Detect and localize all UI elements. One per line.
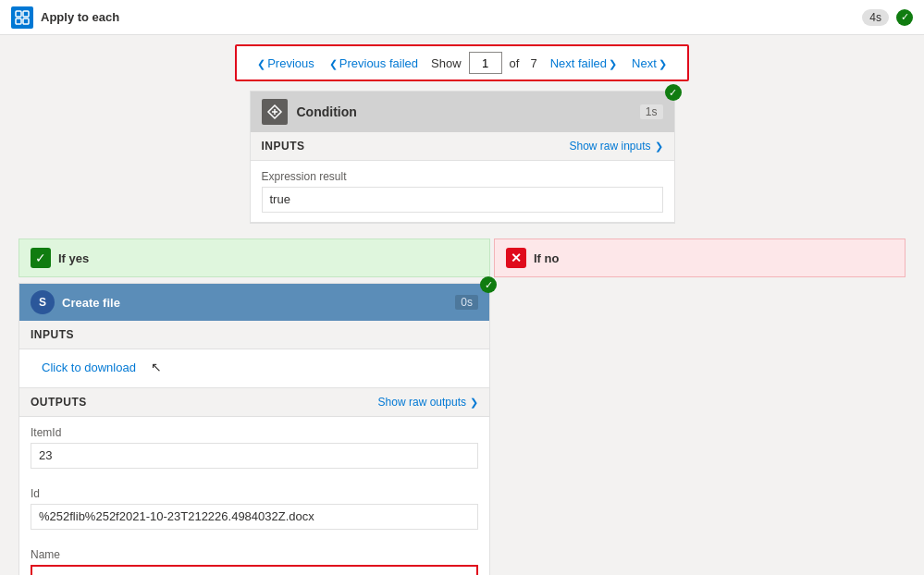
apply-time-badge: 4s — [862, 9, 889, 26]
condition-header: Condition 1s — [251, 92, 674, 132]
create-file-inputs-header: INPUTS — [19, 321, 489, 349]
create-file-inputs-section: INPUTS Click to download ↖ — [19, 321, 489, 388]
id-value: %252flib%252f2021-10-23T212226.4984032Z.… — [31, 504, 478, 530]
of-label: of — [510, 56, 520, 70]
create-file-time: 0s — [455, 295, 478, 310]
create-file-left: S Create file — [31, 290, 120, 314]
create-file-header: S Create file 0s — [19, 284, 489, 321]
apply-to-each-bar: Apply to each 4s ✓ — [0, 0, 924, 35]
next-button[interactable]: Next — [626, 55, 672, 72]
lower-panels: ✓ If yes ✓ S Create file 0s INP — [0, 231, 924, 575]
condition-inputs-header: INPUTS Show raw inputs — [251, 132, 674, 161]
condition-success-badge: ✓ — [665, 84, 682, 101]
expression-result-value: true — [262, 187, 663, 213]
apply-bar-right: 4s ✓ — [862, 9, 913, 26]
page-input[interactable] — [469, 52, 502, 74]
if-no-header: ✕ If no — [494, 239, 906, 277]
condition-expression-group: Expression result true — [251, 161, 674, 222]
click-download-area: Click to download ↖ — [19, 349, 489, 387]
itemid-value: 23 — [31, 443, 478, 469]
create-file-inputs-label: INPUTS — [31, 328, 74, 341]
svg-rect-2 — [16, 18, 21, 24]
create-file-outputs-section: OUTPUTS Show raw outputs ItemId 23 Id %2… — [19, 388, 489, 575]
name-label: Name — [31, 548, 478, 561]
if-yes-panel: ✓ If yes ✓ S Create file 0s INP — [18, 239, 490, 575]
click-download-link[interactable]: Click to download — [31, 355, 147, 380]
if-no-panel: ✕ If no — [490, 239, 906, 575]
next-failed-button[interactable]: Next failed — [545, 55, 622, 72]
create-file-outputs-header: OUTPUTS Show raw outputs — [19, 388, 489, 417]
chevron-right-icon — [659, 56, 667, 70]
show-raw-outputs-button[interactable]: Show raw outputs — [378, 396, 478, 409]
name-group: Name 2021-10-23T212226.4984032Z.docx ✔ — [19, 539, 489, 575]
create-file-block: ✓ S Create file 0s INPUTS Click to downl… — [18, 283, 490, 575]
apply-title: Apply to each — [41, 10, 119, 24]
id-label: Id — [31, 487, 478, 500]
create-file-success-badge: ✓ — [480, 276, 497, 293]
yes-check-icon: ✓ — [31, 248, 51, 268]
chevron-left-icon — [257, 56, 265, 70]
svg-rect-1 — [23, 11, 29, 17]
condition-block: ✓ Condition 1s INPUTS Show raw inputs — [250, 91, 675, 224]
condition-title: Condition — [297, 104, 357, 119]
svg-rect-0 — [16, 11, 21, 17]
pagination-bar: Previous Previous failed Show of 7 Next … — [235, 44, 689, 81]
create-file-icon: S — [31, 290, 55, 314]
svg-rect-3 — [23, 18, 29, 24]
pagination-wrapper: Previous Previous failed Show of 7 Next … — [0, 35, 924, 91]
apply-each-icon — [11, 6, 33, 29]
show-label: Show — [431, 56, 462, 70]
condition-inputs-section: INPUTS Show raw inputs Expression result… — [251, 132, 674, 223]
show-raw-inputs-button[interactable]: Show raw inputs — [569, 140, 662, 153]
condition-icon — [262, 99, 288, 125]
no-x-icon: ✕ — [506, 248, 526, 268]
chevron-left-failed-icon — [329, 56, 338, 70]
if-yes-header: ✓ If yes — [18, 239, 490, 277]
show-raw-arrow-icon — [655, 140, 663, 153]
id-group: Id %252flib%252f2021-10-23T212226.498403… — [19, 478, 489, 539]
condition-time: 1s — [640, 104, 663, 119]
name-check-icon: ✔ — [453, 571, 469, 575]
apply-bar-left: Apply to each — [11, 6, 119, 29]
if-no-title: If no — [534, 251, 559, 265]
apply-success-dot: ✓ — [896, 9, 913, 26]
itemid-label: ItemId — [31, 426, 478, 439]
itemid-group: ItemId 23 — [19, 417, 489, 478]
expression-result-label: Expression result — [262, 170, 663, 183]
condition-header-left: Condition — [262, 99, 357, 125]
cursor-indicator: ↖ — [151, 360, 162, 374]
previous-failed-button[interactable]: Previous failed — [324, 55, 424, 72]
name-value-highlighted: 2021-10-23T212226.4984032Z.docx ✔ — [31, 565, 478, 575]
total-pages: 7 — [530, 56, 536, 70]
create-file-title: Create file — [62, 296, 120, 310]
condition-inputs-label: INPUTS — [262, 140, 305, 153]
create-file-outputs-label: OUTPUTS — [31, 396, 87, 409]
chevron-right-failed-icon — [609, 56, 617, 70]
show-raw-outputs-arrow-icon — [470, 396, 478, 409]
previous-button[interactable]: Previous — [252, 55, 320, 72]
if-yes-title: If yes — [58, 251, 89, 265]
